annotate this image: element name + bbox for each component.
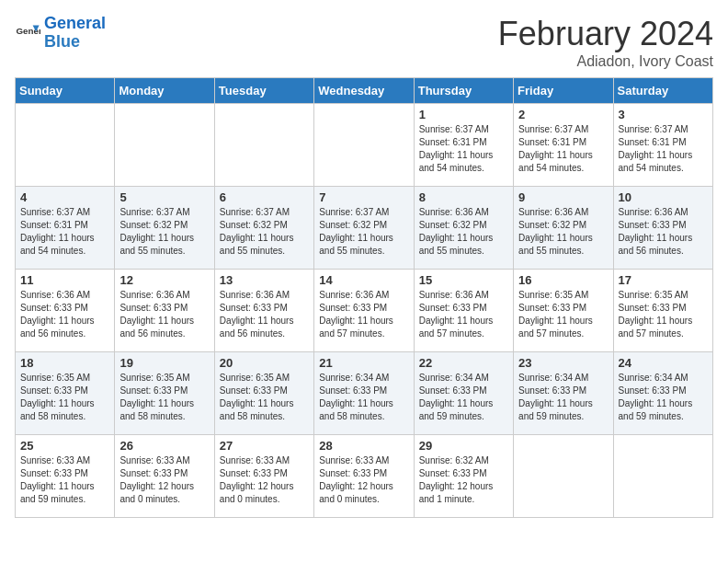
header-monday: Monday (115, 78, 214, 104)
day-info: Sunrise: 6:36 AM Sunset: 6:33 PM Dayligh… (619, 206, 708, 258)
calendar-cell: 22Sunrise: 6:34 AM Sunset: 6:33 PM Dayli… (414, 352, 513, 435)
day-info: Sunrise: 6:33 AM Sunset: 6:33 PM Dayligh… (119, 454, 209, 506)
logo-blue: Blue (44, 32, 80, 51)
day-number: 2 (518, 108, 608, 121)
day-number: 28 (319, 439, 408, 453)
calendar-cell: 23Sunrise: 6:34 AM Sunset: 6:33 PM Dayli… (514, 352, 613, 435)
day-number: 15 (419, 273, 508, 287)
day-info: Sunrise: 6:33 AM Sunset: 6:33 PM Dayligh… (20, 454, 109, 506)
day-info: Sunrise: 6:36 AM Sunset: 6:33 PM Dayligh… (220, 289, 309, 340)
day-info: Sunrise: 6:37 AM Sunset: 6:31 PM Dayligh… (518, 123, 608, 175)
calendar-cell: 17Sunrise: 6:35 AM Sunset: 6:33 PM Dayli… (613, 270, 712, 352)
day-number: 17 (619, 273, 708, 287)
calendar-cell: 10Sunrise: 6:36 AM Sunset: 6:33 PM Dayli… (613, 187, 712, 270)
calendar-body: 1Sunrise: 6:37 AM Sunset: 6:31 PM Daylig… (16, 104, 713, 518)
calendar-cell: 27Sunrise: 6:33 AM Sunset: 6:33 PM Dayli… (214, 435, 313, 518)
day-number: 6 (220, 190, 309, 204)
calendar-cell: 12Sunrise: 6:36 AM Sunset: 6:33 PM Dayli… (115, 270, 214, 352)
day-number: 27 (220, 439, 309, 453)
title-block: February 2024 Adiadon, Ivory Coast (498, 15, 713, 70)
logo-text: General Blue (44, 15, 106, 52)
day-number: 8 (419, 190, 508, 204)
day-number: 23 (518, 356, 608, 370)
calendar-cell (16, 104, 115, 187)
calendar-cell: 25Sunrise: 6:33 AM Sunset: 6:33 PM Dayli… (16, 435, 115, 518)
day-number: 12 (119, 273, 209, 287)
logo-general: General (44, 14, 106, 32)
day-info: Sunrise: 6:33 AM Sunset: 6:33 PM Dayligh… (220, 454, 309, 506)
day-number: 5 (119, 190, 209, 204)
calendar-cell: 28Sunrise: 6:33 AM Sunset: 6:33 PM Dayli… (314, 435, 414, 518)
day-info: Sunrise: 6:35 AM Sunset: 6:33 PM Dayligh… (20, 372, 109, 423)
calendar-cell: 21Sunrise: 6:34 AM Sunset: 6:33 PM Dayli… (314, 352, 414, 435)
day-number: 7 (319, 190, 408, 204)
calendar-cell: 15Sunrise: 6:36 AM Sunset: 6:33 PM Dayli… (414, 270, 513, 352)
header-wednesday: Wednesday (314, 78, 414, 104)
day-info: Sunrise: 6:34 AM Sunset: 6:33 PM Dayligh… (619, 372, 708, 423)
calendar-cell: 29Sunrise: 6:32 AM Sunset: 6:33 PM Dayli… (414, 435, 513, 518)
calendar-cell (115, 104, 214, 187)
day-info: Sunrise: 6:37 AM Sunset: 6:31 PM Dayligh… (20, 206, 109, 258)
day-number: 29 (419, 439, 508, 453)
header-saturday: Saturday (613, 78, 712, 104)
day-info: Sunrise: 6:32 AM Sunset: 6:33 PM Dayligh… (419, 454, 508, 506)
logo-icon: General (15, 20, 40, 46)
day-number: 14 (319, 273, 408, 287)
day-number: 3 (619, 108, 708, 121)
calendar-cell: 5Sunrise: 6:37 AM Sunset: 6:32 PM Daylig… (115, 187, 214, 270)
day-info: Sunrise: 6:35 AM Sunset: 6:33 PM Dayligh… (619, 289, 708, 340)
day-info: Sunrise: 6:35 AM Sunset: 6:33 PM Dayligh… (220, 372, 309, 423)
day-info: Sunrise: 6:34 AM Sunset: 6:33 PM Dayligh… (518, 372, 608, 423)
week-row-5: 25Sunrise: 6:33 AM Sunset: 6:33 PM Dayli… (16, 435, 713, 518)
header-friday: Friday (514, 78, 613, 104)
day-number: 24 (619, 356, 708, 370)
day-info: Sunrise: 6:36 AM Sunset: 6:33 PM Dayligh… (419, 289, 508, 340)
day-number: 26 (119, 439, 209, 453)
day-number: 25 (20, 439, 109, 453)
calendar-table: Sunday Monday Tuesday Wednesday Thursday… (15, 77, 713, 518)
calendar-cell: 1Sunrise: 6:37 AM Sunset: 6:31 PM Daylig… (414, 104, 513, 187)
calendar-cell: 16Sunrise: 6:35 AM Sunset: 6:33 PM Dayli… (514, 270, 613, 352)
week-row-4: 18Sunrise: 6:35 AM Sunset: 6:33 PM Dayli… (16, 352, 713, 435)
calendar-cell: 4Sunrise: 6:37 AM Sunset: 6:31 PM Daylig… (16, 187, 115, 270)
header-tuesday: Tuesday (214, 78, 313, 104)
calendar-cell: 9Sunrise: 6:36 AM Sunset: 6:32 PM Daylig… (514, 187, 613, 270)
calendar-header: Sunday Monday Tuesday Wednesday Thursday… (16, 78, 713, 104)
week-row-2: 4Sunrise: 6:37 AM Sunset: 6:31 PM Daylig… (16, 187, 713, 270)
calendar-cell: 13Sunrise: 6:36 AM Sunset: 6:33 PM Dayli… (214, 270, 313, 352)
day-info: Sunrise: 6:37 AM Sunset: 6:31 PM Dayligh… (419, 123, 508, 175)
day-info: Sunrise: 6:37 AM Sunset: 6:32 PM Dayligh… (319, 206, 408, 258)
day-number: 16 (518, 273, 608, 287)
calendar-cell: 8Sunrise: 6:36 AM Sunset: 6:32 PM Daylig… (414, 187, 513, 270)
logo: General General Blue (15, 15, 106, 52)
day-info: Sunrise: 6:37 AM Sunset: 6:32 PM Dayligh… (119, 206, 209, 258)
day-number: 13 (220, 273, 309, 287)
day-info: Sunrise: 6:35 AM Sunset: 6:33 PM Dayligh… (119, 372, 209, 423)
header-row: Sunday Monday Tuesday Wednesday Thursday… (16, 78, 713, 104)
day-info: Sunrise: 6:34 AM Sunset: 6:33 PM Dayligh… (319, 372, 408, 423)
day-info: Sunrise: 6:34 AM Sunset: 6:33 PM Dayligh… (419, 372, 508, 423)
day-number: 22 (419, 356, 508, 370)
location: Adiadon, Ivory Coast (498, 53, 713, 70)
day-info: Sunrise: 6:36 AM Sunset: 6:33 PM Dayligh… (319, 289, 408, 340)
calendar-cell (514, 435, 613, 518)
calendar-cell (314, 104, 414, 187)
day-info: Sunrise: 6:36 AM Sunset: 6:33 PM Dayligh… (20, 289, 109, 340)
header-thursday: Thursday (414, 78, 513, 104)
day-info: Sunrise: 6:37 AM Sunset: 6:32 PM Dayligh… (220, 206, 309, 258)
day-number: 11 (20, 273, 109, 287)
page-header: General General Blue February 2024 Adiad… (15, 15, 713, 70)
day-number: 4 (20, 190, 109, 204)
calendar-cell: 11Sunrise: 6:36 AM Sunset: 6:33 PM Dayli… (16, 270, 115, 352)
day-info: Sunrise: 6:36 AM Sunset: 6:32 PM Dayligh… (518, 206, 608, 258)
day-info: Sunrise: 6:37 AM Sunset: 6:31 PM Dayligh… (619, 123, 708, 175)
day-number: 19 (119, 356, 209, 370)
calendar-cell: 3Sunrise: 6:37 AM Sunset: 6:31 PM Daylig… (613, 104, 712, 187)
day-info: Sunrise: 6:36 AM Sunset: 6:32 PM Dayligh… (419, 206, 508, 258)
calendar-cell: 20Sunrise: 6:35 AM Sunset: 6:33 PM Dayli… (214, 352, 313, 435)
day-number: 1 (419, 108, 508, 121)
day-info: Sunrise: 6:36 AM Sunset: 6:33 PM Dayligh… (119, 289, 209, 340)
calendar-cell (214, 104, 313, 187)
day-number: 20 (220, 356, 309, 370)
header-sunday: Sunday (16, 78, 115, 104)
